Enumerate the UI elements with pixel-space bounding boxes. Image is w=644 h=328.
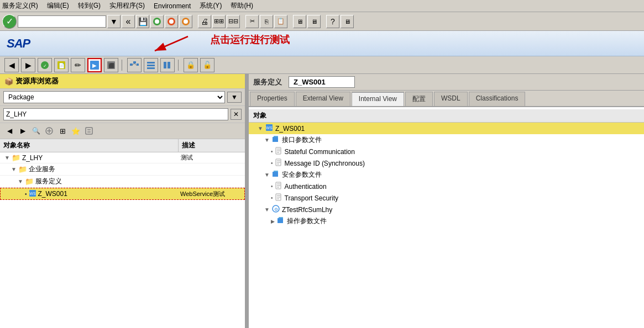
tab-config[interactable]: 配置 (405, 92, 433, 106)
btn3[interactable] (179, 15, 192, 28)
find-btn2[interactable]: ⊟⊟ (227, 15, 240, 28)
expand-triangle: ▼ (264, 137, 270, 143)
stb-btn5[interactable]: ⬛ (104, 58, 118, 72)
obj-row[interactable]: • Message ID (Synchronous) (249, 157, 644, 169)
btn2[interactable] (165, 15, 178, 28)
tree-item-label: 企业服务 (29, 165, 55, 174)
menu-item-1[interactable]: 编辑(E) (47, 1, 69, 10)
bullet-marker: • (271, 160, 273, 166)
copy-btn[interactable]: ⎘ (260, 15, 273, 28)
stb-btn2[interactable]: 📄 (54, 58, 69, 72)
obj-row[interactable]: ▶ 操作参数文件 (249, 215, 644, 227)
obj-label: 安全参数文件 (282, 170, 322, 179)
tab-wsdl[interactable]: WSDL (434, 92, 468, 106)
menu-item-6[interactable]: 帮助(H) (231, 1, 253, 10)
package-select[interactable]: Package (3, 91, 225, 103)
security-params-icon (272, 170, 280, 179)
paste-btn[interactable]: 📋 (274, 15, 287, 28)
menu-bar: 服务定义(R) 编辑(E) 转到(G) 实用程序(S) Environment … (0, 0, 644, 12)
tab-internal-view[interactable]: Internal View (352, 92, 404, 106)
obj-row[interactable]: • Stateful Communication (249, 146, 644, 157)
find-btn1[interactable]: ⊞⊞ (212, 15, 226, 28)
sap-annotation: 点击运行进行测试 (210, 33, 290, 46)
tree-item-desc (179, 181, 245, 183)
obj-row[interactable]: ▼ WS Z_WS001 (249, 123, 644, 134)
panel-icon: 📦 (4, 77, 13, 86)
nav-fwd-btn[interactable]: ▶ (17, 125, 29, 137)
folder-icon: 📁 (25, 177, 34, 186)
menu-item-5[interactable]: 系统(Y) (200, 1, 222, 10)
btn1[interactable] (150, 15, 164, 28)
left-panel-header: 📦 资源库浏览器 (0, 74, 245, 89)
customize-btn[interactable]: 🖥 (341, 15, 354, 28)
back-btn[interactable]: ◀ (4, 58, 19, 72)
svg-line-7 (155, 36, 188, 51)
monitor-btn2[interactable]: 🖥 (307, 15, 321, 28)
svg-point-1 (155, 19, 159, 24)
run-button[interactable]: ▶ (87, 58, 102, 72)
tree-col-header-2: 描述 (179, 139, 245, 152)
search-area: Package ▼ (0, 89, 245, 106)
tree-item-label: Z_LHY (22, 154, 43, 162)
obj-row[interactable]: ▼ 安全参数文件 (249, 169, 644, 181)
nav-btn3[interactable]: 🔍 (30, 125, 42, 137)
stb-btn3[interactable]: ✏ (71, 58, 85, 72)
tab-properties[interactable]: Properties (250, 92, 295, 106)
tab-external-view[interactable]: External View (296, 92, 350, 106)
toolbar-input[interactable] (18, 15, 106, 28)
cut-btn[interactable]: ✂ (245, 15, 259, 28)
save-btn[interactable]: 💾 (136, 15, 149, 28)
nav-back-btn[interactable]: ◀ (3, 125, 15, 137)
expand-triangle: ▼ (264, 172, 270, 178)
hierarchy-btn[interactable] (127, 58, 142, 72)
object-tree-area: 对象 ▼ WS Z_WS001 ▼ 接口参 (249, 107, 644, 328)
nav-btn4[interactable] (43, 125, 55, 137)
nav-btn6[interactable]: ⭐ (70, 125, 82, 137)
obj-row[interactable]: • Transport Security (249, 192, 644, 204)
forward-btn[interactable]: ▶ (21, 58, 35, 72)
obj-row[interactable]: ▼ 接口参数文件 (249, 134, 644, 146)
obj-row[interactable]: • Authentication (249, 181, 644, 192)
svg-rect-22 (147, 65, 155, 66)
list-btn[interactable] (144, 58, 158, 72)
tab-classifications[interactable]: Classifications (469, 92, 526, 106)
nav-btn5[interactable]: ⊞ (56, 125, 69, 137)
menu-item-4[interactable]: Environment (154, 2, 191, 10)
print-btn[interactable]: 🖨 (198, 15, 211, 28)
clear-search-button[interactable]: ✕ (231, 109, 242, 120)
svg-text:WS: WS (29, 192, 36, 195)
tree-row[interactable]: ▼ 📁 Z_LHY 测试 (0, 152, 245, 163)
menu-item-2[interactable]: 转到(G) (78, 1, 101, 10)
search-input[interactable] (3, 108, 228, 120)
svg-text:⚙: ⚙ (274, 207, 278, 212)
obj-row[interactable]: ▼ ⚙ ZTestRfcSumLhy (249, 204, 644, 215)
nav-btn7[interactable] (83, 125, 95, 137)
dropdown-btn[interactable]: ▼ (107, 15, 121, 28)
svg-text:✓: ✓ (43, 64, 47, 68)
help-btn[interactable]: ? (326, 15, 339, 28)
expand-triangle-small: ▶ (271, 219, 275, 224)
main-toolbar: ✓ ▼ « 💾 🖨 ⊞⊞ ⊟⊟ ✂ ⎘ 📋 🖥 🖥 ? 🖥 (0, 12, 644, 31)
bullet-marker: • (271, 149, 273, 155)
obj-label: ZTestRfcSumLhy (282, 206, 332, 214)
lock-btn[interactable]: 🔒 (184, 58, 198, 72)
ok-button[interactable]: ✓ (2, 14, 17, 29)
columns-btn[interactable] (160, 58, 175, 72)
folder-icon: 📁 (18, 165, 27, 173)
tabs-bar: Properties External View Internal View 配… (249, 91, 644, 107)
nav-prev-btn[interactable]: « (122, 15, 135, 28)
stb-btn1[interactable]: ✓ (38, 58, 52, 72)
menu-item-3[interactable]: 实用程序(S) (109, 1, 145, 10)
tree-row-selected[interactable]: • WS Z_WS001 WebService测试 (0, 188, 245, 200)
expand-triangle: ▼ (258, 125, 263, 131)
menu-item-0[interactable]: 服务定义(R) (2, 1, 38, 10)
doc-icon (275, 147, 282, 156)
monitor-btn1[interactable]: 🖥 (293, 15, 306, 28)
doc-icon (275, 182, 282, 191)
search-input-row: ✕ (0, 106, 245, 123)
tree-row[interactable]: ▼ 📁 服务定义 (0, 176, 245, 188)
dropdown-arrow[interactable]: ▼ (227, 92, 242, 103)
tree-row[interactable]: ▼ 📁 企业服务 (0, 163, 245, 176)
left-panel: 📦 资源库浏览器 Package ▼ ✕ ◀ ▶ 🔍 ⊞ ⭐ (0, 74, 246, 328)
unlock-btn[interactable]: 🔓 (200, 58, 214, 72)
